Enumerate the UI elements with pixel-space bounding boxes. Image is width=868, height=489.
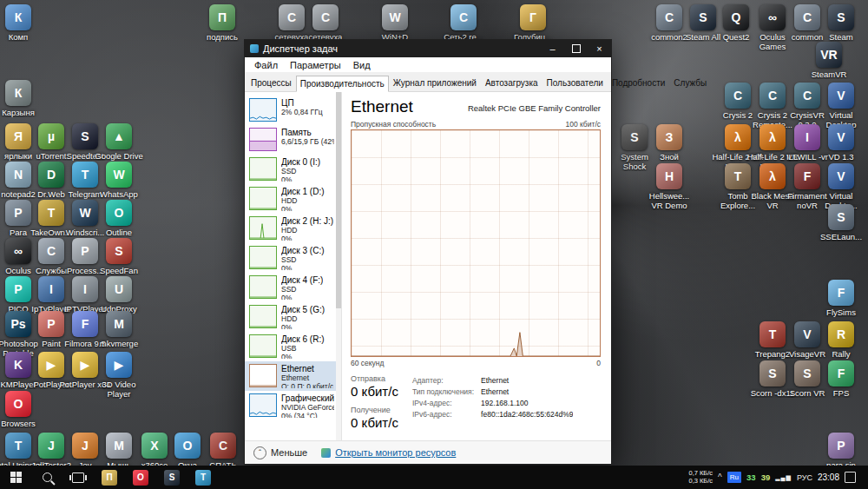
perf-sidebar-item[interactable]: Диск 0 (I:)SSD0%: [245, 155, 341, 184]
desktop-icon[interactable]: VRSteamVR: [803, 42, 855, 79]
perf-sidebar-item[interactable]: Диск 4 (F:)SSD0%: [245, 273, 341, 302]
desktop-icon[interactable]: RRally: [815, 321, 867, 359]
desktop-icon[interactable]: SSteam: [815, 4, 867, 42]
window-controls: – ×: [541, 40, 611, 57]
network-status-icon[interactable]: ▂▄▆: [775, 474, 792, 481]
perf-item-line: NVIDIA GeForce GTX 10...: [281, 403, 334, 412]
app-icon: W: [382, 4, 408, 30]
desktop-icon[interactable]: VVD 1.3: [815, 124, 867, 162]
app-icon: R: [828, 321, 854, 347]
perf-item-line: 0%: [281, 323, 325, 329]
desktop-icon-label: FPS: [815, 388, 867, 398]
ethernet-graph-plot: [352, 130, 600, 356]
minimize-button[interactable]: –: [541, 40, 564, 57]
tab[interactable]: Автозагрузка: [481, 75, 542, 91]
clock[interactable]: 23:08: [818, 472, 839, 482]
desktop-icon[interactable]: FFlySims: [815, 280, 867, 317]
app-icon: V: [828, 124, 854, 150]
desktop-icon[interactable]: SSSELaun...: [815, 204, 867, 241]
temp-monitor-2[interactable]: 39: [761, 472, 771, 482]
desktop-icon[interactable]: ▲Google Drive: [93, 123, 145, 161]
tray-overflow-chevron-icon[interactable]: ^: [718, 472, 722, 482]
titlebar[interactable]: Диспетчер задач – ×: [245, 40, 611, 57]
perf-sidebar-item[interactable]: Диск 3 (C:)SSD0%: [245, 243, 341, 273]
temp-monitor-1[interactable]: 33: [746, 472, 756, 482]
action-center-icon[interactable]: [845, 472, 856, 483]
desktop-icon[interactable]: ККомп: [0, 4, 44, 42]
maximize-button[interactable]: [564, 40, 588, 57]
desktop-icon[interactable]: Пподпись: [196, 4, 248, 42]
task-view-button[interactable]: [62, 466, 94, 489]
taskbar-app[interactable]: T: [187, 466, 219, 489]
tab[interactable]: Журнал приложений: [389, 75, 481, 91]
desktop-icon[interactable]: ЗЗной: [643, 124, 695, 162]
window-title: Диспетчер задач: [263, 43, 338, 54]
desktop-icon[interactable]: Ppara.sin: [815, 433, 867, 470]
menu-item[interactable]: Вид: [347, 60, 377, 70]
tab[interactable]: Пользователи: [542, 75, 608, 91]
perf-item-line: 0%: [281, 205, 325, 211]
tab[interactable]: Производительность: [296, 76, 389, 92]
sidebar-scrollbar-thumb[interactable]: [336, 92, 341, 308]
app-icon: Q: [723, 4, 749, 30]
tab-strip: ПроцессыПроизводительностьЖурнал приложе…: [245, 73, 611, 92]
tab[interactable]: Подробности: [608, 75, 669, 91]
perf-sidebar-item[interactable]: Диск 2 (H: J:)HDD0%: [245, 214, 341, 243]
close-button[interactable]: ×: [588, 40, 611, 57]
taskbar-app[interactable]: S: [156, 466, 187, 489]
app-icon: С: [450, 4, 477, 30]
sidebar-scrollbar[interactable]: [336, 92, 341, 440]
perf-sidebar-item[interactable]: Память6,6/15,9 ГБ (42%): [245, 125, 341, 155]
perf-item-line: 0%: [281, 235, 333, 241]
desktop-icon[interactable]: Mmkvmerge: [93, 311, 145, 348]
fewer-details-button[interactable]: ˆ Меньше: [253, 446, 307, 459]
desktop-icon[interactable]: ▶3D Video Player: [93, 352, 145, 399]
perf-mini-graph: [249, 128, 277, 151]
desktop-icon[interactable]: OBrowsers: [0, 391, 44, 428]
menu-bar: ФайлПараметрыВид: [245, 57, 611, 73]
desktop-icon[interactable]: ССеть2.re...: [437, 4, 490, 42]
desktop-icon[interactable]: WWhatsApp: [93, 162, 145, 199]
menu-item[interactable]: Файл: [248, 60, 284, 70]
punto-switcher-badge[interactable]: Ru: [727, 472, 741, 483]
taskbar-app-icon: П: [102, 470, 117, 486]
perf-sidebar-item[interactable]: EthernetEthernetО: 0 П: 0 кбит/с: [245, 361, 341, 391]
perf-item-line: 2% 0,84 ГГц: [281, 108, 323, 116]
open-resource-monitor-link[interactable]: Открыть монитор ресурсов: [321, 447, 456, 458]
desktop-icon[interactable]: ССПАТЬ: [197, 433, 249, 470]
desktop-icon[interactable]: ГГолубиц...: [507, 4, 559, 42]
perf-item-name: Графический про...: [281, 393, 334, 403]
desktop-icon-label: SSELaun...: [815, 232, 867, 241]
desktop-icon[interactable]: VVirtual Deskto...: [815, 163, 867, 210]
desktop-icon[interactable]: OOutline: [93, 200, 145, 237]
desktop-icon[interactable]: UUdpProxy: [93, 276, 145, 314]
graph-throughput-label: Пропускная способность: [351, 120, 436, 129]
menu-item[interactable]: Параметры: [284, 60, 347, 70]
search-button[interactable]: [31, 466, 62, 489]
desktop-icon-label: Hellswee... VR Demo: [643, 191, 695, 210]
perf-item-text: EthernetEthernetО: 0 П: 0 кбит/с: [281, 364, 333, 388]
desktop-icon[interactable]: VVirtual Desktop: [815, 83, 867, 129]
app-icon: ▶: [106, 352, 132, 378]
desktop-icon-label: Steam: [815, 32, 867, 42]
perf-sidebar-item[interactable]: ЦП2% 0,84 ГГц: [245, 96, 341, 125]
start-button[interactable]: [0, 466, 31, 489]
perf-sidebar-item[interactable]: Графический про...NVIDIA GeForce GTX 10.…: [245, 391, 341, 420]
perf-sidebar-item[interactable]: Диск 1 (D:)HDD0%: [245, 184, 341, 214]
tab[interactable]: Службы: [669, 75, 711, 91]
perf-item-name: ЦП: [281, 98, 323, 108]
net-speed-monitor[interactable]: 0,7 КБ/с 0,3 КБ/с: [688, 470, 713, 485]
perf-sidebar-item[interactable]: Диск 5 (G:)HDD0%: [245, 302, 341, 332]
desktop-icon[interactable]: FFPS: [815, 360, 867, 398]
perf-item-text: ЦП2% 0,84 ГГц: [281, 98, 323, 122]
detail-value: fe80::1da2:468c:55:624d%9: [481, 410, 573, 419]
perf-sidebar-item[interactable]: Диск 6 (R:)USB0%: [245, 332, 341, 361]
desktop-icon[interactable]: ККарзыня: [0, 80, 44, 117]
app-icon: M: [106, 311, 132, 337]
tab[interactable]: Процессы: [247, 75, 296, 91]
taskbar-app[interactable]: O: [125, 466, 156, 489]
taskbar-app[interactable]: П: [94, 466, 125, 489]
desktop-icon[interactable]: SSpeedFan: [93, 238, 145, 275]
keyboard-language-indicator[interactable]: РУС: [797, 473, 812, 482]
desktop-icon[interactable]: HHellswee... VR Demo: [643, 163, 695, 210]
